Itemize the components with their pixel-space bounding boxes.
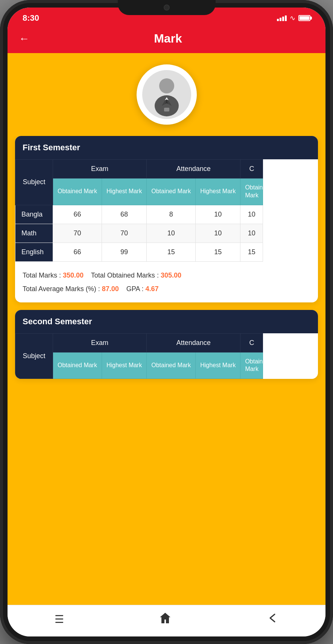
svg-rect-7 [164, 108, 169, 111]
second-other-obtained-header: Obtained Mark [240, 352, 263, 379]
wifi-icon: ∿ [290, 14, 295, 22]
gpa-label: GPA : [126, 285, 144, 293]
total-marks-value: 350.00 [63, 272, 84, 279]
math-attendance-highest: 10 [196, 224, 240, 243]
nav-home[interactable] [158, 611, 172, 627]
bangla-exam-obtained: 66 [53, 205, 102, 224]
second-semester-card: Second Semester Subject Exam Attendance … [15, 310, 318, 379]
second-attendance-header: Attendance [147, 333, 240, 352]
attendance-obtained-header: Obtained Mark [147, 179, 196, 205]
attendance-highest-header: Highest Mark [196, 179, 240, 205]
subject-header: Subject [15, 160, 53, 205]
first-semester-card: First Semester Subject Exam Attendance C [15, 136, 318, 302]
notch [118, 0, 216, 15]
other-header: C [240, 160, 263, 179]
english-attendance-highest: 15 [196, 243, 240, 261]
subject-english: English [15, 243, 53, 261]
second-attendance-highest-header: Highest Mark [196, 352, 240, 379]
table-row: English 66 99 15 15 15 [15, 243, 263, 261]
camera [164, 5, 170, 11]
english-exam-highest: 99 [102, 243, 146, 261]
profile-banner [8, 53, 325, 136]
bangla-other-obtained: 10 [240, 205, 263, 224]
first-semester-title: First Semester [23, 143, 80, 152]
totals-line-2: Total Average Marks (%) : 87.00 GPA : 4.… [23, 282, 310, 296]
bangla-attendance-obtained: 8 [147, 205, 196, 224]
bangla-exam-highest: 68 [102, 205, 146, 224]
second-attendance-obtained-header: Obtained Mark [147, 352, 196, 379]
screen: 8:30 ∿ ← Mark [8, 8, 325, 636]
second-semester-header: Second Semester [15, 310, 318, 333]
exam-highest-header: Highest Mark [102, 179, 146, 205]
total-obtained-value: 305.00 [161, 272, 181, 279]
math-exam-obtained: 70 [53, 224, 102, 243]
second-exam-header: Exam [53, 333, 147, 352]
avatar [137, 64, 197, 125]
phone-frame: 8:30 ∿ ← Mark [0, 0, 333, 644]
first-semester-header: First Semester [15, 136, 318, 159]
exam-obtained-header: Obtained Mark [53, 179, 102, 205]
nav-back[interactable] [266, 612, 278, 627]
table-row: Bangla 66 68 8 10 10 [15, 205, 263, 224]
second-exam-obtained-header: Obtained Mark [53, 352, 102, 379]
app-header: ← Mark [8, 27, 325, 53]
bangla-attendance-highest: 10 [196, 205, 240, 224]
status-icons: ∿ [277, 14, 310, 22]
gpa-value: 4.67 [146, 285, 159, 293]
first-semester-table: Subject Exam Attendance C Obtained Mark … [15, 159, 318, 262]
attendance-header: Attendance [147, 160, 240, 179]
second-table-header-row: Subject Exam Attendance C [15, 333, 263, 352]
content-area[interactable]: First Semester Subject Exam Attendance C [8, 136, 325, 605]
exam-header: Exam [53, 160, 147, 179]
english-exam-obtained: 66 [53, 243, 102, 261]
total-avg-value: 87.00 [102, 285, 119, 293]
status-time: 8:30 [23, 13, 39, 23]
second-exam-highest-header: Highest Mark [102, 352, 146, 379]
table-row: Math 70 70 10 10 10 [15, 224, 263, 243]
subject-bangla: Bangla [15, 205, 53, 224]
totals-line-1: Total Marks : 350.00 Total Obtained Mark… [23, 269, 310, 282]
avatar-image [142, 70, 191, 119]
total-marks-label: Total Marks : [23, 272, 61, 279]
second-subject-header: Subject [15, 333, 53, 379]
signal-icon [277, 15, 287, 21]
english-attendance-obtained: 15 [147, 243, 196, 261]
first-semester-table-container: Subject Exam Attendance C Obtained Mark … [15, 159, 318, 262]
math-other-obtained: 10 [240, 224, 263, 243]
home-icon [158, 611, 172, 627]
second-semester-title: Second Semester [23, 317, 92, 326]
second-semester-table: Subject Exam Attendance C Obtained Mark … [15, 333, 318, 379]
second-other-header: C [240, 333, 263, 352]
total-avg-label: Total Average Marks (%) : [23, 285, 100, 293]
totals-section: Total Marks : 350.00 Total Obtained Mark… [15, 262, 318, 302]
second-semester-table-container: Subject Exam Attendance C Obtained Mark … [15, 333, 318, 379]
english-other-obtained: 15 [240, 243, 263, 261]
nav-menu[interactable]: ☰ [55, 613, 64, 626]
back-nav-icon [266, 612, 278, 627]
menu-icon: ☰ [55, 613, 64, 626]
other-obtained-header: Obtained Mark [240, 179, 263, 205]
subject-math: Math [15, 224, 53, 243]
back-button[interactable]: ← [19, 33, 29, 45]
svg-point-1 [159, 78, 174, 93]
table-header-row: Subject Exam Attendance C [15, 160, 263, 179]
page-title: Mark [37, 32, 299, 46]
bottom-nav: ☰ [8, 605, 325, 636]
total-obtained-label: Total Obtained Marks : [91, 272, 159, 279]
math-attendance-obtained: 10 [147, 224, 196, 243]
math-exam-highest: 70 [102, 224, 146, 243]
battery-icon [298, 15, 310, 21]
